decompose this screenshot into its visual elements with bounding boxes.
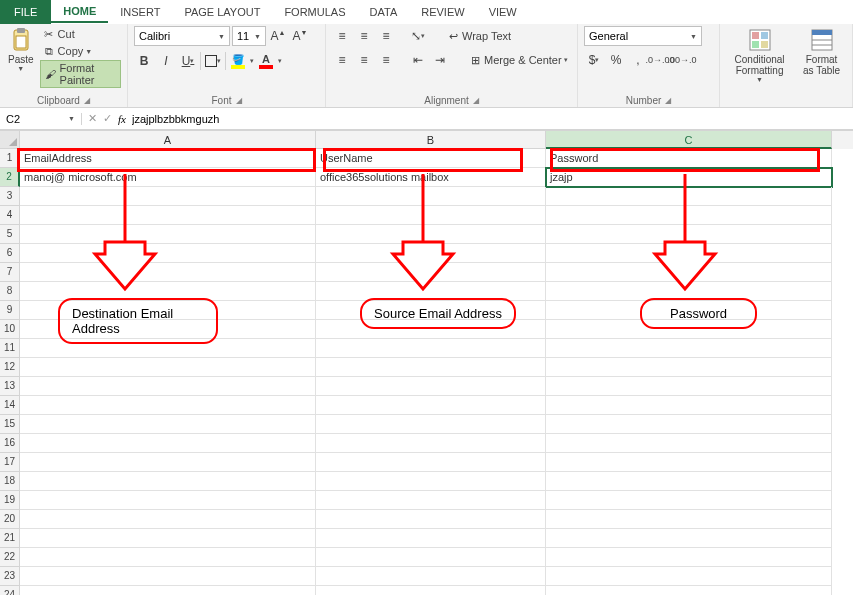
row-header[interactable]: 10	[0, 320, 20, 339]
row-header[interactable]: 15	[0, 415, 20, 434]
row-header[interactable]: 2	[0, 168, 20, 187]
fill-color-button[interactable]: 🪣	[228, 50, 248, 72]
dialog-launcher-icon[interactable]: ◢	[236, 96, 242, 105]
select-all-corner[interactable]	[0, 131, 20, 149]
row-header[interactable]: 19	[0, 491, 20, 510]
cell-b15[interactable]	[316, 415, 546, 434]
cell-b24[interactable]	[316, 586, 546, 595]
decrease-decimal-button[interactable]: .00→.0	[672, 50, 692, 70]
cell-a3[interactable]	[20, 187, 316, 206]
tab-page-layout[interactable]: PAGE LAYOUT	[172, 2, 272, 22]
cell-c2[interactable]: jzajp	[546, 168, 832, 187]
cell-b7[interactable]	[316, 263, 546, 282]
row-header[interactable]: 1	[0, 149, 20, 168]
cell-b11[interactable]	[316, 339, 546, 358]
cell-c5[interactable]	[546, 225, 832, 244]
cell-b21[interactable]	[316, 529, 546, 548]
file-tab[interactable]: FILE	[0, 0, 51, 24]
dialog-launcher-icon[interactable]: ◢	[665, 96, 671, 105]
dialog-launcher-icon[interactable]: ◢	[84, 96, 90, 105]
formula-input[interactable]	[132, 113, 432, 125]
cell-a23[interactable]	[20, 567, 316, 586]
fx-icon[interactable]: fx	[118, 113, 126, 125]
cell-a11[interactable]	[20, 339, 316, 358]
row-header[interactable]: 22	[0, 548, 20, 567]
row-header[interactable]: 21	[0, 529, 20, 548]
cell-b3[interactable]	[316, 187, 546, 206]
cell-b20[interactable]	[316, 510, 546, 529]
row-header[interactable]: 6	[0, 244, 20, 263]
cell-a12[interactable]	[20, 358, 316, 377]
cell-a10[interactable]	[20, 320, 316, 339]
font-color-button[interactable]: A	[256, 50, 276, 72]
cell-b10[interactable]	[316, 320, 546, 339]
cell-c23[interactable]	[546, 567, 832, 586]
cell-b2[interactable]: office365solutions mailbox	[316, 168, 546, 187]
orientation-button[interactable]: ⤡▾	[408, 26, 428, 46]
increase-font-button[interactable]: A▲	[268, 26, 288, 46]
cell-c16[interactable]	[546, 434, 832, 453]
number-format-select[interactable]: General ▼	[584, 26, 702, 46]
copy-button[interactable]: ⧉ Copy ▼	[40, 43, 121, 59]
cell-a7[interactable]	[20, 263, 316, 282]
cell-a18[interactable]	[20, 472, 316, 491]
cell-b9[interactable]	[316, 301, 546, 320]
cell-c4[interactable]	[546, 206, 832, 225]
align-left-button[interactable]: ≡	[332, 50, 352, 70]
cut-button[interactable]: ✂ Cut	[40, 26, 121, 42]
cell-b12[interactable]	[316, 358, 546, 377]
cell-c19[interactable]	[546, 491, 832, 510]
cell-c7[interactable]	[546, 263, 832, 282]
row-header[interactable]: 8	[0, 282, 20, 301]
cell-c3[interactable]	[546, 187, 832, 206]
tab-review[interactable]: REVIEW	[409, 2, 476, 22]
percent-format-button[interactable]: %	[606, 50, 626, 70]
chevron-down-icon[interactable]: ▾	[278, 57, 282, 65]
tab-home[interactable]: HOME	[51, 1, 108, 23]
align-bottom-button[interactable]: ≡	[376, 26, 396, 46]
cell-c13[interactable]	[546, 377, 832, 396]
cell-c14[interactable]	[546, 396, 832, 415]
cell-a16[interactable]	[20, 434, 316, 453]
cell-c8[interactable]	[546, 282, 832, 301]
row-header[interactable]: 3	[0, 187, 20, 206]
cell-c10[interactable]	[546, 320, 832, 339]
cell-b17[interactable]	[316, 453, 546, 472]
align-right-button[interactable]: ≡	[376, 50, 396, 70]
tab-view[interactable]: VIEW	[477, 2, 529, 22]
cell-a13[interactable]	[20, 377, 316, 396]
italic-button[interactable]: I	[156, 51, 176, 71]
cell-a17[interactable]	[20, 453, 316, 472]
cell-c12[interactable]	[546, 358, 832, 377]
cell-c18[interactable]	[546, 472, 832, 491]
column-header-a[interactable]: A	[20, 131, 316, 149]
row-header[interactable]: 5	[0, 225, 20, 244]
paste-button[interactable]: Paste ▼	[6, 26, 36, 74]
row-header[interactable]: 14	[0, 396, 20, 415]
cell-a14[interactable]	[20, 396, 316, 415]
cell-c24[interactable]	[546, 586, 832, 595]
row-header[interactable]: 17	[0, 453, 20, 472]
cell-b19[interactable]	[316, 491, 546, 510]
cell-b8[interactable]	[316, 282, 546, 301]
cell-b13[interactable]	[316, 377, 546, 396]
row-header[interactable]: 16	[0, 434, 20, 453]
cell-c17[interactable]	[546, 453, 832, 472]
cell-b16[interactable]	[316, 434, 546, 453]
dialog-launcher-icon[interactable]: ◢	[473, 96, 479, 105]
border-button[interactable]: ▾	[203, 51, 223, 71]
cell-b22[interactable]	[316, 548, 546, 567]
tab-formulas[interactable]: FORMULAS	[272, 2, 357, 22]
cell-c6[interactable]	[546, 244, 832, 263]
row-header[interactable]: 24	[0, 586, 20, 595]
cell-b18[interactable]	[316, 472, 546, 491]
spreadsheet-grid[interactable]: A B C 1EmailAddressUserNamePassword2mano…	[0, 130, 853, 595]
cell-a5[interactable]	[20, 225, 316, 244]
accounting-format-button[interactable]: $▾	[584, 50, 604, 70]
cell-b1[interactable]: UserName	[316, 149, 546, 168]
cell-a19[interactable]	[20, 491, 316, 510]
align-center-button[interactable]: ≡	[354, 50, 374, 70]
cell-c1[interactable]: Password	[546, 149, 832, 168]
cell-a21[interactable]	[20, 529, 316, 548]
merge-center-button[interactable]: ⊞ Merge & Center ▾	[466, 52, 570, 68]
